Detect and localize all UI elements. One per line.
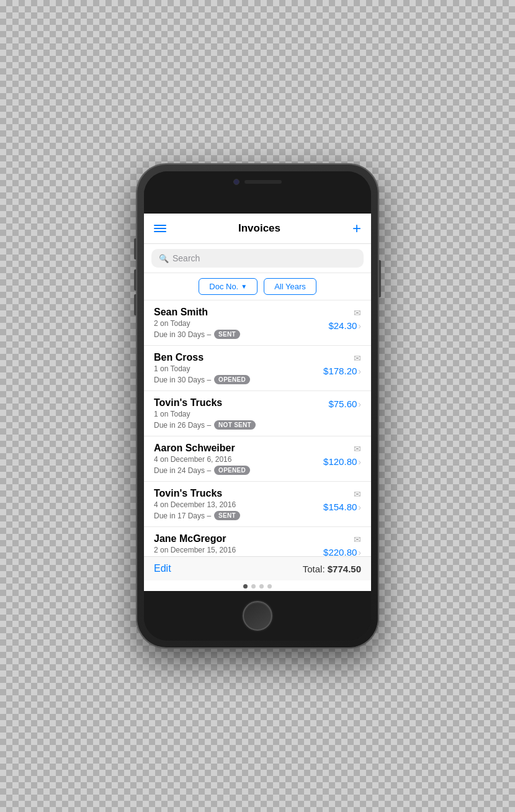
invoice-date: 1 on Today (154, 364, 323, 373)
invoice-name: Jane McGregor (154, 533, 323, 544)
doc-no-arrow-icon: ▼ (241, 283, 247, 290)
invoice-right: ✉ $24.30 › (328, 307, 361, 331)
mail-open-icon: ✉ (354, 353, 361, 363)
list-item[interactable]: Jane McGregor 2 on December 15, 2016 Due… (144, 527, 371, 556)
invoice-right-inner: ✉ $120.80 › (323, 444, 361, 467)
chevron-right-icon: › (358, 366, 361, 376)
invoice-right: ✉ $154.80 › (323, 488, 361, 512)
edit-button[interactable]: Edit (154, 563, 171, 574)
invoice-due: Due in 24 Days – (154, 466, 211, 475)
invoice-status-row: Due in 30 Days – SENT (154, 330, 328, 339)
menu-line-1 (154, 225, 166, 226)
invoice-amount: $75.60 (328, 399, 357, 409)
page-title: Invoices (238, 222, 280, 235)
invoice-right-inner: ✉ $154.80 › (323, 489, 361, 512)
invoice-right-inner: ✉ $24.30 › (328, 308, 361, 331)
invoice-due: Due in 17 Days – (154, 512, 211, 520)
speaker-icon (244, 180, 282, 184)
invoice-amount: $154.80 (323, 502, 357, 512)
invoice-date: 4 on December 13, 2016 (154, 500, 323, 509)
nav-bar: Invoices + (144, 214, 371, 244)
invoice-status-row: Due in 26 Days – NOT SENT (154, 420, 328, 430)
amount-chevron: $154.80 › (323, 502, 361, 512)
invoice-status-row: Due in 24 Days – OPENED (154, 466, 323, 475)
chevron-right-icon: › (358, 321, 361, 331)
invoice-info: Tovin's Trucks 4 on December 13, 2016 Du… (154, 488, 323, 520)
chevron-right-icon: › (358, 457, 361, 467)
amount-chevron: $178.20 › (323, 366, 361, 376)
invoice-name: Sean Smith (154, 307, 328, 318)
status-badge: NOT SENT (214, 420, 256, 430)
chevron-right-icon: › (358, 399, 361, 409)
invoice-name: Tovin's Trucks (154, 397, 328, 408)
search-icon: 🔍 (159, 254, 169, 263)
chevron-right-icon: › (358, 502, 361, 512)
amount-chevron: $120.80 › (323, 456, 361, 467)
mail-open-icon: ✉ (354, 444, 361, 454)
camera-icon (233, 179, 240, 185)
list-item[interactable]: Tovin's Trucks 1 on Today Due in 26 Days… (144, 391, 371, 436)
invoice-amount: $24.30 (328, 320, 357, 331)
invoice-right: $75.60 › (328, 397, 361, 409)
total-label: Total: (303, 564, 325, 574)
invoice-name: Ben Cross (154, 352, 323, 363)
page-dot (259, 584, 264, 589)
phone-device: Invoices + 🔍 Search Doc No. ▼ All Years (137, 164, 378, 648)
page-dot (251, 584, 256, 589)
invoice-right: ✉ $178.20 › (323, 352, 361, 376)
invoice-due: Due in 30 Days – (154, 376, 211, 384)
invoice-status-row: Due in 17 Days – SENT (154, 511, 323, 520)
total-amount: $774.50 (328, 564, 361, 574)
invoice-info: Aaron Schweiber 4 on December 6, 2016 Du… (154, 443, 323, 475)
invoice-right-inner: ✉ $220.80 › (323, 535, 361, 556)
search-bar-container: 🔍 Search (144, 244, 371, 273)
mail-open-icon: ✉ (354, 535, 361, 544)
list-item[interactable]: Sean Smith 2 on Today Due in 30 Days – S… (144, 300, 371, 346)
status-badge: SENT (214, 511, 240, 520)
menu-line-3 (154, 231, 166, 232)
bottom-bezel (144, 591, 371, 641)
search-input[interactable]: Search (172, 253, 200, 263)
chevron-right-icon: › (358, 548, 361, 557)
status-badge: OPENED (214, 466, 250, 475)
invoice-right: ✉ $220.80 › (323, 533, 361, 556)
doc-no-filter-button[interactable]: Doc No. ▼ (199, 278, 258, 295)
all-years-label: All Years (274, 282, 306, 291)
filter-row: Doc No. ▼ All Years (144, 273, 371, 300)
home-button[interactable] (243, 601, 272, 631)
invoice-amount: $120.80 (323, 456, 357, 467)
mail-closed-icon: ✉ (354, 489, 361, 499)
invoice-status-row: Due in 30 Days – OPENED (154, 375, 323, 384)
invoice-due: Due in 30 Days – (154, 330, 211, 339)
bottom-bar: Edit Total: $774.50 (144, 556, 371, 580)
amount-chevron: $24.30 › (328, 320, 361, 331)
invoice-date: 2 on Today (154, 319, 328, 328)
menu-icon[interactable] (154, 225, 166, 232)
invoice-due: Due in 26 Days – (154, 421, 211, 430)
top-bezel (144, 171, 371, 214)
doc-no-label: Doc No. (209, 282, 238, 291)
list-item[interactable]: Tovin's Trucks 4 on December 13, 2016 Du… (144, 482, 371, 527)
total-text: Total: $774.50 (303, 564, 361, 574)
invoice-info: Ben Cross 1 on Today Due in 30 Days – OP… (154, 352, 323, 384)
invoice-right-inner: ✉ $178.20 › (323, 353, 361, 376)
invoice-amount: $220.80 (323, 547, 357, 556)
mail-closed-icon: ✉ (354, 308, 361, 318)
all-years-filter-button[interactable]: All Years (264, 278, 316, 295)
amount-chevron: $75.60 › (328, 399, 361, 409)
page-dot (267, 584, 272, 589)
search-bar[interactable]: 🔍 Search (151, 249, 364, 268)
add-button[interactable]: + (352, 221, 361, 236)
invoice-date: 4 on December 6, 2016 (154, 455, 323, 464)
invoice-amount: $178.20 (323, 366, 357, 376)
amount-chevron: $220.80 › (323, 547, 361, 556)
page-dot (243, 584, 248, 589)
list-item[interactable]: Aaron Schweiber 4 on December 6, 2016 Du… (144, 436, 371, 482)
list-item[interactable]: Ben Cross 1 on Today Due in 30 Days – OP… (144, 346, 371, 391)
invoice-info: Tovin's Trucks 1 on Today Due in 26 Days… (154, 397, 328, 430)
invoice-name: Tovin's Trucks (154, 488, 323, 499)
invoice-info: Sean Smith 2 on Today Due in 30 Days – S… (154, 307, 328, 339)
invoice-name: Aaron Schweiber (154, 443, 323, 454)
phone-screen: Invoices + 🔍 Search Doc No. ▼ All Years (144, 171, 371, 641)
status-badge: SENT (214, 330, 240, 339)
